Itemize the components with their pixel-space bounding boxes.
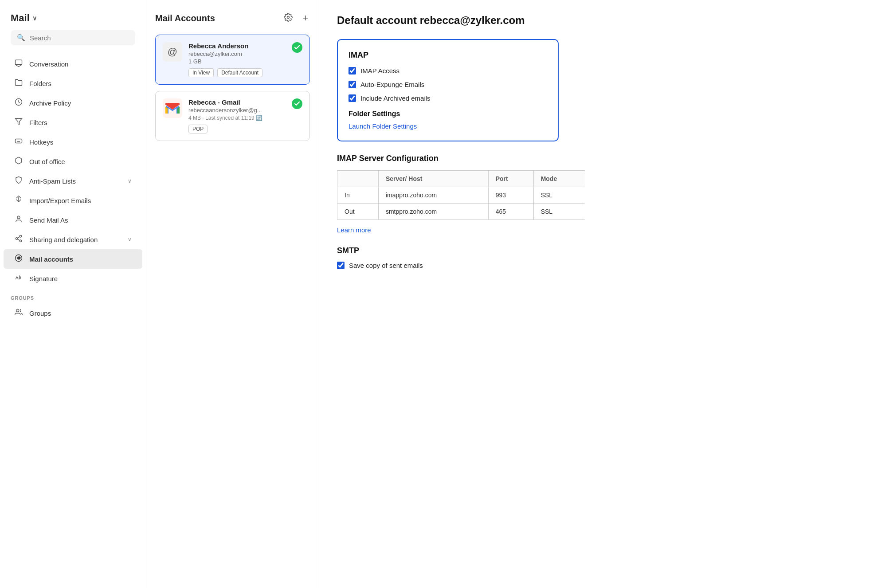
- hotkeys-icon: [14, 137, 23, 147]
- add-account-button[interactable]: +: [301, 11, 310, 26]
- account-card-inner-gmail: Rebecca - Gmail rebeccaandersonzylker@g.…: [163, 98, 302, 133]
- sidebar-item-groups[interactable]: Groups: [4, 303, 142, 323]
- anti-spam-icon: [14, 176, 23, 186]
- sidebar: Mail ∨ 🔍 Conversation Folders Archive Po…: [0, 0, 146, 588]
- include-archived-checkbox[interactable]: [349, 94, 356, 102]
- row-mode-out: SSL: [533, 204, 585, 220]
- save-copy-checkbox[interactable]: [337, 262, 345, 269]
- groups-icon: [14, 308, 23, 318]
- row-mode-in: SSL: [533, 187, 585, 204]
- search-input[interactable]: [30, 34, 129, 42]
- sidebar-item-archive-policy[interactable]: Archive Policy: [4, 93, 142, 113]
- badge-default-account: Default Account: [217, 68, 262, 77]
- groups-section-label: GROUPS: [0, 288, 146, 303]
- sidebar-item-out-of-office[interactable]: Out of office: [4, 152, 142, 171]
- app-title-text: Mail: [11, 12, 30, 24]
- sidebar-header: Mail ∨ 🔍: [0, 9, 146, 54]
- sidebar-item-signature[interactable]: Signature: [4, 269, 142, 288]
- search-icon: 🔍: [17, 34, 25, 42]
- sidebar-item-filters[interactable]: Filters: [4, 113, 142, 132]
- right-panel: Default account rebecca@zylker.com IMAP …: [319, 0, 885, 588]
- col-header-host: Server/ Host: [378, 171, 488, 187]
- search-box: 🔍: [11, 30, 135, 45]
- account-name-gmail: Rebecca - Gmail: [188, 98, 286, 106]
- badge-in-view: In View: [188, 68, 214, 77]
- sidebar-item-label: Conversation: [29, 60, 132, 68]
- badge-pop: POP: [188, 125, 208, 133]
- sidebar-item-sharing-delegation[interactable]: Sharing and delegation ∨: [4, 230, 142, 249]
- col-header-port: Port: [488, 171, 533, 187]
- learn-more-link[interactable]: Learn more: [337, 226, 371, 234]
- mail-accounts-icon: @: [14, 254, 23, 264]
- sidebar-item-hotkeys[interactable]: Hotkeys: [4, 132, 142, 152]
- panel-title: Mail Accounts: [155, 13, 215, 24]
- account-name: Rebecca Anderson: [188, 42, 286, 50]
- account-card-inner: @ Rebecca Anderson rebecca@zylker.com 1 …: [163, 42, 302, 77]
- anti-spam-chevron-icon: ∨: [128, 178, 132, 184]
- sidebar-item-folders[interactable]: Folders: [4, 74, 142, 93]
- sidebar-item-mail-accounts[interactable]: @ Mail accounts: [4, 249, 142, 269]
- account-info-gmail: Rebecca - Gmail rebeccaandersonzylker@g.…: [188, 98, 286, 133]
- svg-point-8: [20, 240, 22, 242]
- svg-marker-2: [16, 118, 22, 125]
- account-email: rebecca@zylker.com: [188, 51, 286, 57]
- server-table: Server/ Host Port Mode In imappro.zoho.c…: [337, 170, 585, 220]
- gear-button[interactable]: [282, 11, 294, 26]
- imap-box: IMAP IMAP Access Auto-Expunge Emails Inc…: [337, 39, 559, 141]
- row-host-out: smtppro.zoho.com: [378, 204, 488, 220]
- filters-icon: [14, 118, 23, 127]
- account-avatar-gmail: [163, 98, 182, 118]
- account-card-gmail[interactable]: Rebecca - Gmail rebeccaandersonzylker@g.…: [155, 91, 310, 141]
- auto-expunge-row: Auto-Expunge Emails: [349, 81, 547, 88]
- svg-text:@: @: [17, 256, 20, 260]
- sidebar-item-label: Hotkeys: [29, 138, 132, 146]
- sidebar-item-label: Anti-Spam Lists: [29, 177, 121, 185]
- svg-rect-0: [16, 60, 22, 65]
- include-archived-label: Include Archived emails: [360, 94, 431, 102]
- sidebar-item-label: Signature: [29, 275, 132, 282]
- sharing-icon: [14, 235, 23, 244]
- smtp-title: SMTP: [337, 246, 867, 255]
- sharing-chevron-icon: ∨: [128, 236, 132, 243]
- auto-expunge-label: Auto-Expunge Emails: [360, 81, 424, 88]
- sidebar-item-label: Folders: [29, 80, 132, 87]
- svg-rect-3: [16, 139, 22, 143]
- smtp-save-copy-row: Save copy of sent emails: [337, 262, 867, 269]
- imap-access-checkbox[interactable]: [349, 67, 356, 74]
- svg-point-6: [20, 235, 22, 238]
- send-mail-as-icon: [14, 215, 23, 225]
- svg-point-14: [287, 16, 290, 18]
- row-host-in: imappro.zoho.com: [378, 187, 488, 204]
- account-card-rebecca[interactable]: @ Rebecca Anderson rebecca@zylker.com 1 …: [155, 35, 310, 85]
- sidebar-item-label: Sharing and delegation: [29, 236, 121, 243]
- sidebar-item-send-mail-as[interactable]: Send Mail As: [4, 210, 142, 230]
- account-badges-gmail: POP: [188, 125, 286, 133]
- svg-point-7: [16, 238, 18, 240]
- table-row: In imappro.zoho.com 993 SSL: [337, 187, 585, 204]
- auto-expunge-checkbox[interactable]: [349, 81, 356, 88]
- launch-folder-settings-link[interactable]: Launch Folder Settings: [349, 122, 417, 130]
- panel-actions: +: [282, 11, 310, 26]
- sidebar-item-conversation[interactable]: Conversation: [4, 54, 142, 74]
- page-title: Default account rebecca@zylker.com: [337, 14, 867, 27]
- import-export-icon: [14, 196, 23, 205]
- sync-info: 4 MB · Last synced at 11:19 🔄: [188, 115, 286, 121]
- include-archived-row: Include Archived emails: [349, 94, 547, 102]
- table-row: Out smtppro.zoho.com 465 SSL: [337, 204, 585, 220]
- svg-point-5: [17, 216, 20, 219]
- sidebar-item-anti-spam[interactable]: Anti-Spam Lists ∨: [4, 171, 142, 191]
- row-direction-out: Out: [337, 204, 379, 220]
- app-title-chevron[interactable]: ∨: [32, 15, 37, 22]
- sidebar-item-label: Send Mail As: [29, 216, 132, 224]
- sidebar-item-import-export[interactable]: Import/Export Emails: [4, 191, 142, 210]
- imap-access-row: IMAP Access: [349, 67, 547, 74]
- account-badges: In View Default Account: [188, 68, 286, 77]
- sidebar-item-label: Groups: [29, 310, 132, 317]
- account-size: 1 GB: [188, 58, 286, 65]
- imap-section-title: IMAP: [349, 51, 547, 60]
- folders-icon: [14, 78, 23, 88]
- account-avatar-at: @: [163, 42, 182, 62]
- imap-access-label: IMAP Access: [360, 67, 399, 74]
- account-check-icon-gmail: [292, 98, 302, 112]
- archive-icon: [14, 98, 23, 108]
